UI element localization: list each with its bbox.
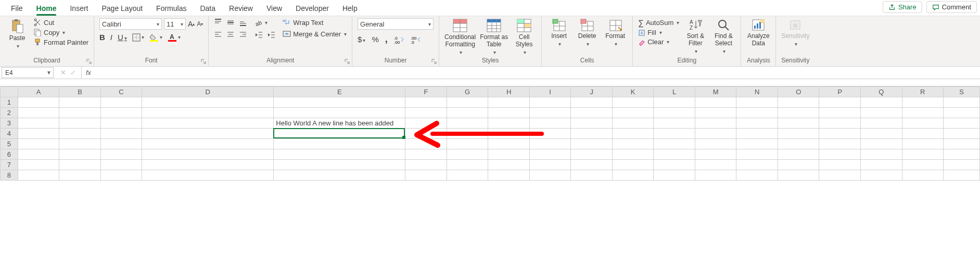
cell[interactable] — [612, 139, 654, 149]
column-header[interactable]: E — [274, 87, 405, 97]
cell[interactable] — [612, 149, 654, 160]
cell[interactable] — [944, 160, 980, 170]
cell[interactable] — [778, 118, 819, 129]
cell[interactable] — [447, 97, 488, 108]
cell[interactable] — [529, 129, 571, 139]
cell[interactable] — [819, 170, 861, 181]
share-button[interactable]: Share — [883, 1, 922, 13]
cell[interactable] — [944, 139, 980, 149]
cell[interactable] — [488, 149, 530, 160]
cell[interactable] — [488, 118, 530, 129]
spreadsheet-grid[interactable]: ABCDEFGHIJKLMNOPQRS123Hello World A new … — [0, 86, 980, 181]
cell[interactable] — [736, 170, 778, 181]
cell[interactable] — [529, 149, 571, 160]
cell[interactable] — [59, 139, 101, 149]
cell[interactable] — [142, 97, 274, 108]
column-header[interactable]: N — [736, 87, 778, 97]
format-cells-button[interactable]: Format▾ — [603, 18, 627, 47]
cell[interactable] — [100, 97, 142, 108]
cell[interactable] — [59, 118, 101, 129]
column-header[interactable]: R — [902, 87, 944, 97]
fill-color-button[interactable]: ▾ — [149, 33, 162, 42]
insert-cells-button[interactable]: Insert▾ — [547, 18, 571, 47]
cell[interactable] — [654, 129, 695, 139]
cell[interactable] — [695, 149, 736, 160]
increase-indent-icon[interactable] — [267, 31, 275, 39]
tab-help[interactable]: Help — [336, 1, 364, 16]
font-size-select[interactable]: 11▾ — [164, 18, 186, 30]
increase-decimal-icon[interactable]: .0.00 — [394, 35, 404, 44]
cell[interactable] — [819, 118, 861, 129]
fx-button[interactable]: fx — [82, 67, 95, 79]
row-header[interactable]: 4 — [1, 129, 18, 139]
cell[interactable] — [819, 108, 861, 118]
cell[interactable] — [447, 170, 488, 181]
row-header[interactable]: 8 — [1, 170, 18, 181]
cut-button[interactable]: Cut — [33, 18, 88, 27]
align-top-icon[interactable] — [214, 18, 222, 27]
cell[interactable] — [529, 118, 571, 129]
cell[interactable] — [18, 97, 59, 108]
cell[interactable] — [695, 129, 736, 139]
cell[interactable] — [447, 149, 488, 160]
cell[interactable] — [100, 149, 142, 160]
formula-input[interactable] — [95, 67, 980, 79]
cell[interactable] — [736, 139, 778, 149]
cell[interactable] — [819, 97, 861, 108]
cell[interactable] — [100, 170, 142, 181]
cell[interactable] — [654, 149, 695, 160]
cell[interactable] — [571, 108, 613, 118]
cell[interactable] — [488, 160, 530, 170]
cell[interactable] — [571, 129, 613, 139]
cell[interactable] — [59, 170, 101, 181]
cell[interactable]: Hello World A new line has been added — [274, 118, 405, 129]
font-name-select[interactable]: Calibri▾ — [99, 18, 162, 30]
row-header[interactable]: 5 — [1, 139, 18, 149]
cell[interactable] — [778, 139, 819, 149]
column-header[interactable]: F — [405, 87, 447, 97]
sensitivity-button[interactable]: Sensitivity▾ — [781, 18, 809, 47]
cell[interactable] — [860, 129, 902, 139]
find-select-button[interactable]: Find & Select▾ — [711, 18, 735, 54]
cell[interactable] — [819, 139, 861, 149]
cell[interactable] — [819, 160, 861, 170]
cell[interactable] — [405, 118, 447, 129]
decrease-font-icon[interactable]: A▾ — [197, 20, 203, 28]
cell[interactable] — [405, 160, 447, 170]
cell[interactable] — [59, 97, 101, 108]
cell[interactable] — [529, 139, 571, 149]
cell[interactable] — [100, 118, 142, 129]
column-header[interactable]: S — [944, 87, 980, 97]
cell[interactable] — [944, 170, 980, 181]
cell[interactable] — [488, 170, 530, 181]
cell[interactable] — [274, 170, 405, 181]
cell[interactable] — [447, 118, 488, 129]
cell[interactable] — [488, 139, 530, 149]
cell[interactable] — [529, 170, 571, 181]
cell[interactable] — [571, 139, 613, 149]
cell[interactable] — [612, 170, 654, 181]
row-header[interactable]: 1 — [1, 97, 18, 108]
cancel-formula-icon[interactable]: ✕ — [60, 69, 66, 77]
cell[interactable] — [944, 108, 980, 118]
accounting-button[interactable]: $▾ — [358, 35, 365, 44]
cell[interactable] — [612, 97, 654, 108]
column-header[interactable]: H — [488, 87, 530, 97]
cell[interactable] — [902, 160, 944, 170]
cell[interactable] — [902, 129, 944, 139]
cell[interactable] — [571, 160, 613, 170]
cell[interactable] — [142, 139, 274, 149]
cell[interactable] — [18, 118, 59, 129]
conditional-formatting-button[interactable]: Conditional Formatting▾ — [444, 18, 476, 55]
cell[interactable] — [860, 160, 902, 170]
cell[interactable] — [944, 149, 980, 160]
cell[interactable] — [571, 97, 613, 108]
cell[interactable] — [142, 108, 274, 118]
cell[interactable] — [405, 149, 447, 160]
cell[interactable] — [571, 149, 613, 160]
copy-button[interactable]: Copy▾ — [33, 28, 88, 36]
wrap-text-button[interactable]: ab Wrap Text — [283, 18, 347, 27]
tab-formulas[interactable]: Formulas — [149, 1, 193, 16]
cell[interactable] — [736, 160, 778, 170]
cell[interactable] — [100, 108, 142, 118]
